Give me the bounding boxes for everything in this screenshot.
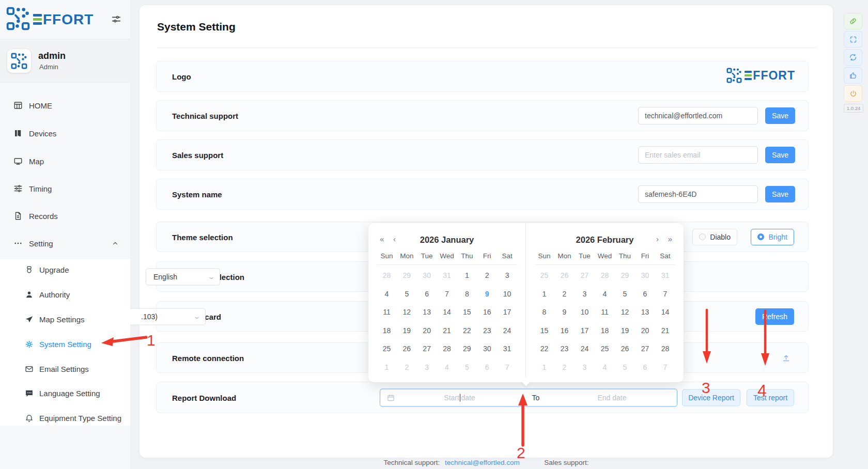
link-button[interactable] xyxy=(844,13,862,29)
prev-month-icon[interactable]: ‹ xyxy=(393,234,396,244)
sidebar-item-map[interactable]: Map xyxy=(0,153,130,169)
calendar-day[interactable]: 7 xyxy=(437,285,457,304)
calendar-day[interactable]: 1 xyxy=(534,285,554,304)
calendar-day[interactable]: 3 xyxy=(575,285,595,304)
calendar-day[interactable]: 28 xyxy=(595,267,615,285)
calendar-day[interactable]: 3 xyxy=(575,358,595,377)
calendar-day[interactable]: 5 xyxy=(615,285,635,304)
prev-year-icon[interactable]: « xyxy=(380,234,384,244)
calendar-day[interactable]: 21 xyxy=(437,322,457,340)
calendar-day[interactable]: 25 xyxy=(534,267,554,285)
sidebar-item-equipment-type-setting[interactable]: Equipment Type Setting xyxy=(0,410,130,426)
calendar-day[interactable]: 4 xyxy=(377,285,397,304)
calendar-day[interactable]: 6 xyxy=(635,285,655,304)
calendar-day[interactable]: 14 xyxy=(437,303,457,322)
date-range-input[interactable]: Startdate To End date xyxy=(380,388,677,407)
calendar-day[interactable]: 14 xyxy=(655,303,675,322)
calendar-day[interactable]: 2 xyxy=(554,285,575,304)
calendar-day[interactable]: 2 xyxy=(397,358,417,377)
calendar-day[interactable]: 27 xyxy=(575,267,595,285)
calendar-day[interactable]: 31 xyxy=(437,267,457,285)
calendar-day[interactable]: 2 xyxy=(554,358,575,377)
system-name-input[interactable] xyxy=(638,185,758,203)
calendar-day[interactable]: 8 xyxy=(457,285,477,304)
calendar-day[interactable]: 1 xyxy=(457,267,477,285)
calendar-day[interactable]: 27 xyxy=(417,340,437,358)
calendar-day[interactable]: 22 xyxy=(457,322,477,340)
calendar-day[interactable]: 20 xyxy=(417,322,437,340)
sidebar-collapse-icon[interactable] xyxy=(111,13,122,27)
calendar-day[interactable]: 17 xyxy=(497,303,517,322)
theme-option-bright[interactable]: Bright xyxy=(751,229,794,245)
sidebar-item-home[interactable]: HOME xyxy=(0,98,130,113)
calendar-day[interactable]: 26 xyxy=(397,340,417,358)
calendar-day[interactable]: 27 xyxy=(635,340,655,358)
save-button[interactable]: Save xyxy=(765,147,795,163)
refresh-button[interactable]: Refresh xyxy=(755,308,794,325)
calendar-day[interactable]: 19 xyxy=(397,322,417,340)
calendar-day[interactable]: 9 xyxy=(554,303,575,322)
calendar-day[interactable]: 15 xyxy=(457,303,477,322)
calendar-day[interactable]: 16 xyxy=(477,303,497,322)
calendar-day[interactable]: 25 xyxy=(377,340,397,358)
calendar-day[interactable]: 25 xyxy=(595,340,615,358)
calendar-day[interactable]: 28 xyxy=(437,340,457,358)
calendar-day[interactable]: 5 xyxy=(615,358,635,377)
calendar-day[interactable]: 23 xyxy=(554,340,575,358)
calendar-day[interactable]: 7 xyxy=(655,358,675,377)
calendar-day[interactable]: 31 xyxy=(497,340,517,358)
calendar-day[interactable]: 16 xyxy=(554,322,575,340)
sidebar-item-authority[interactable]: Authority xyxy=(0,287,130,302)
refresh-toolbar-button[interactable] xyxy=(844,49,862,66)
language-select[interactable]: English ⌄ xyxy=(146,268,220,285)
next-month-icon[interactable]: › xyxy=(656,234,659,244)
avatar[interactable] xyxy=(7,49,31,73)
calendar-day[interactable]: 4 xyxy=(595,285,615,304)
sales-email-input[interactable] xyxy=(638,146,758,164)
calendar-day[interactable]: 31 xyxy=(655,267,675,285)
start-date-field[interactable]: Startdate xyxy=(395,394,524,402)
sidebar-item-timing[interactable]: Timing xyxy=(0,181,130,196)
sidebar-item-devices[interactable]: Devices xyxy=(0,126,130,141)
calendar-day[interactable]: 19 xyxy=(615,322,635,340)
save-button[interactable]: Save xyxy=(765,107,795,124)
technical-email-input[interactable] xyxy=(638,107,758,124)
calendar-day[interactable]: 1 xyxy=(377,358,397,377)
sidebar-item-upgrade[interactable]: Upgrade xyxy=(0,262,130,277)
calendar-day[interactable]: 15 xyxy=(534,322,554,340)
calendar-day[interactable]: 22 xyxy=(534,340,554,358)
calendar-day[interactable]: 26 xyxy=(615,340,635,358)
calendar-day[interactable]: 29 xyxy=(457,340,477,358)
sidebar-item-map-settings[interactable]: Map Settings xyxy=(0,311,130,327)
fullscreen-button[interactable] xyxy=(844,31,862,48)
calendar-day[interactable]: 8 xyxy=(534,303,554,322)
calendar-day[interactable]: 26 xyxy=(554,267,575,285)
calendar-day[interactable]: 13 xyxy=(635,303,655,322)
footer-tech-email-link[interactable]: technical@effortled.com xyxy=(445,459,520,466)
calendar-day[interactable]: 29 xyxy=(397,267,417,285)
calendar-day[interactable]: 23 xyxy=(477,322,497,340)
calendar-day[interactable]: 3 xyxy=(497,267,517,285)
calendar-day[interactable]: 12 xyxy=(615,303,635,322)
calendar-day[interactable]: 18 xyxy=(595,322,615,340)
calendar-day[interactable]: 11 xyxy=(595,303,615,322)
upload-icon[interactable] xyxy=(781,353,791,363)
sidebar-item-setting[interactable]: Setting xyxy=(0,236,130,251)
calendar-day[interactable]: 7 xyxy=(497,358,517,377)
save-button[interactable]: Save xyxy=(765,186,795,202)
next-year-icon[interactable]: » xyxy=(668,234,672,244)
calendar-day[interactable]: 11 xyxy=(377,303,397,322)
power-button[interactable] xyxy=(844,85,862,102)
calendar-day[interactable]: 10 xyxy=(575,303,595,322)
calendar-day[interactable]: 2 xyxy=(477,267,497,285)
calendar-day[interactable]: 29 xyxy=(615,267,635,285)
calendar-day[interactable]: 20 xyxy=(635,322,655,340)
calendar-day[interactable]: 30 xyxy=(417,267,437,285)
calendar-day[interactable]: 1 xyxy=(534,358,554,377)
calendar-day[interactable]: 30 xyxy=(635,267,655,285)
calendar-day[interactable]: 6 xyxy=(417,285,437,304)
device-report-button[interactable]: Device Report xyxy=(682,389,740,406)
calendar-day[interactable]: 3 xyxy=(417,358,437,377)
calendar-day[interactable]: 28 xyxy=(655,340,675,358)
calendar-day[interactable]: 4 xyxy=(595,358,615,377)
